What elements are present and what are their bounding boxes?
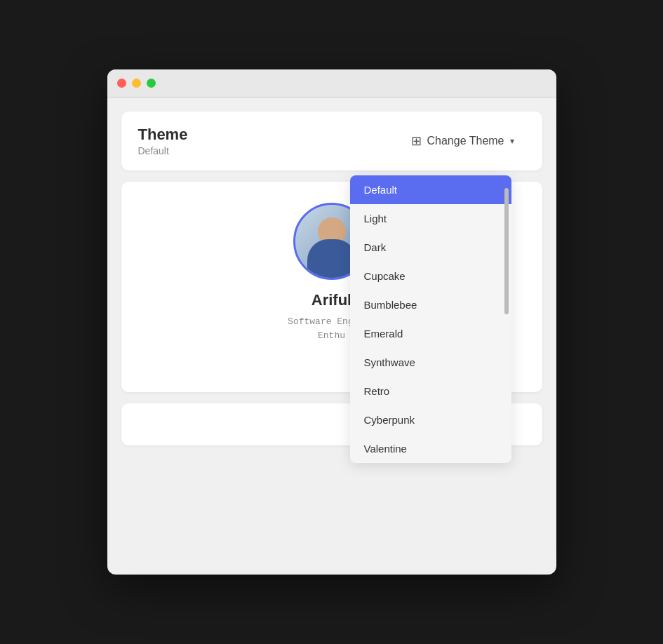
theme-card: Theme Default ⊞ Change Theme ▾ Default L… xyxy=(121,112,542,170)
app-window: Theme Default ⊞ Change Theme ▾ Default L… xyxy=(107,69,556,575)
dropdown-item-cyberpunk[interactable]: Cyberpunk xyxy=(350,405,511,434)
theme-info: Theme Default xyxy=(138,126,188,156)
avatar-body xyxy=(307,239,356,278)
theme-dropdown[interactable]: Default Light Dark Cupcake Bumblebee Eme… xyxy=(350,175,511,463)
maximize-button[interactable] xyxy=(147,79,156,88)
dropdown-wrapper: ⊞ Change Theme ▾ Default Light Dark Cupc… xyxy=(400,128,525,154)
dropdown-item-cupcake[interactable]: Cupcake xyxy=(350,262,511,290)
change-theme-button[interactable]: ⊞ Change Theme ▾ xyxy=(400,128,525,154)
scrollbar-track[interactable] xyxy=(504,181,509,457)
dropdown-item-light[interactable]: Light xyxy=(350,204,511,233)
profile-name: Ariful xyxy=(312,291,351,309)
theme-subtitle: Default xyxy=(138,145,188,156)
dropdown-item-bumblebee[interactable]: Bumblebee xyxy=(350,290,511,319)
scrollbar-thumb[interactable] xyxy=(504,188,509,314)
dropdown-item-default[interactable]: Default xyxy=(350,175,511,204)
dropdown-item-synthwave[interactable]: Synthwave xyxy=(350,348,511,377)
theme-title: Theme xyxy=(138,126,188,144)
profile-bio-line2: Enthu xyxy=(318,330,345,341)
change-theme-label: Change Theme xyxy=(427,135,504,147)
chevron-down-icon: ▾ xyxy=(510,136,514,146)
titlebar xyxy=(107,69,556,98)
dropdown-item-valentine[interactable]: Valentine xyxy=(350,434,511,463)
dropdown-item-emerald[interactable]: Emerald xyxy=(350,319,511,348)
minimize-button[interactable] xyxy=(132,79,141,88)
window-content: Theme Default ⊞ Change Theme ▾ Default L… xyxy=(107,98,556,459)
filter-icon: ⊞ xyxy=(411,133,422,149)
dropdown-item-retro[interactable]: Retro xyxy=(350,377,511,405)
dropdown-item-dark[interactable]: Dark xyxy=(350,233,511,262)
close-button[interactable] xyxy=(117,79,126,88)
